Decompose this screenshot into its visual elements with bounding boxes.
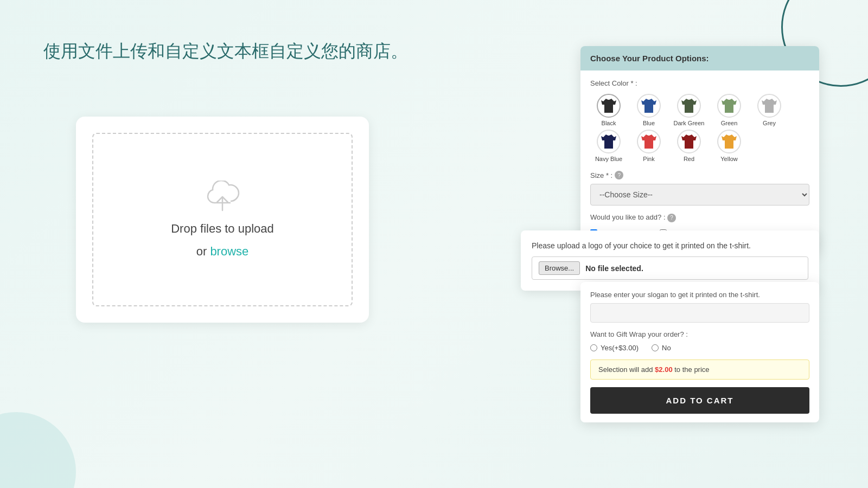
color-option-grey[interactable]: Grey xyxy=(751,94,788,126)
browse-button[interactable]: Browse... xyxy=(539,261,580,275)
giftwrap-no-radio[interactable] xyxy=(652,344,659,351)
or-text: or xyxy=(196,245,207,258)
color-name-yellow: Yellow xyxy=(720,156,737,162)
price-notice-suffix: to the price xyxy=(674,365,709,374)
size-select[interactable]: --Choose Size-- S M L XL XXL xyxy=(590,184,809,206)
color-name-darkgreen: Dark Green xyxy=(674,120,705,126)
color-name-green: Green xyxy=(721,120,738,126)
color-name-pink: Pink xyxy=(643,156,654,162)
add-to-cart-button[interactable]: ADD TO CART xyxy=(590,387,809,414)
color-option-blue[interactable]: Blue xyxy=(630,94,667,126)
color-option-darkgreen[interactable]: Dark Green xyxy=(671,94,707,126)
giftwrap-label: Want to Gift Wrap your order? : xyxy=(590,330,809,338)
decorative-circle-bl xyxy=(0,412,76,488)
slogan-label: Please enter your slogan to get it print… xyxy=(590,291,809,299)
giftwrap-no-label: No xyxy=(662,344,671,352)
color-option-navyblue[interactable]: Navy Blue xyxy=(590,130,627,162)
file-input-row: Browse... No file selected. xyxy=(532,256,808,280)
price-notice-prefix: Selection will add xyxy=(598,365,653,374)
addon-help-icon[interactable]: ? xyxy=(667,214,676,222)
color-option-black[interactable]: Black xyxy=(590,94,627,126)
color-option-pink[interactable]: Pink xyxy=(630,130,667,162)
browse-text-row: or browse xyxy=(196,245,249,259)
drop-files-text: Drop files to upload xyxy=(171,222,274,236)
color-option-green[interactable]: Green xyxy=(711,94,748,126)
giftwrap-options: Yes(+$3.00) No xyxy=(590,344,809,352)
upload-dropzone[interactable]: Drop files to upload or browse xyxy=(92,133,353,306)
giftwrap-yes[interactable]: Yes(+$3.00) xyxy=(590,344,639,352)
upload-logo-text: Please upload a logo of your choice to g… xyxy=(532,241,808,250)
price-notice: Selection will add $2.00 to the price xyxy=(590,359,809,380)
color-name-black: Black xyxy=(602,120,616,126)
color-label: Select Color * : xyxy=(590,79,809,87)
cloud-upload-icon xyxy=(203,181,241,213)
product-options-panel: Choose Your Product Options: Select Colo… xyxy=(580,46,819,253)
color-name-red: Red xyxy=(684,156,694,162)
no-file-text: No file selected. xyxy=(585,264,643,273)
color-grid: Black Blue Dark Green Green xyxy=(590,94,809,162)
giftwrap-no[interactable]: No xyxy=(652,344,671,352)
panel-header: Choose Your Product Options: xyxy=(580,46,819,70)
slogan-input[interactable] xyxy=(590,303,809,323)
price-amount: $2.00 xyxy=(655,365,673,374)
page-heading: 使用文件上传和自定义文本框自定义您的商店。 xyxy=(43,38,408,64)
browse-link[interactable]: browse xyxy=(210,245,248,258)
giftwrap-yes-label: Yes(+$3.00) xyxy=(601,344,639,352)
giftwrap-yes-radio[interactable] xyxy=(590,344,597,351)
panel-body: Select Color * : Black Blue Dark Green xyxy=(580,70,819,253)
color-option-yellow[interactable]: Yellow xyxy=(711,130,748,162)
lower-panel: Please enter your slogan to get it print… xyxy=(580,282,819,422)
color-name-blue: Blue xyxy=(643,120,655,126)
size-label: Size * : ? xyxy=(590,171,809,179)
size-section: Size * : ? --Choose Size-- S M L XL XXL xyxy=(590,171,809,213)
color-option-red[interactable]: Red xyxy=(671,130,707,162)
addon-label: Would you like to add? : ? xyxy=(590,213,809,222)
upload-box: Drop files to upload or browse xyxy=(76,117,369,323)
color-name-grey: Grey xyxy=(763,120,776,126)
color-name-navyblue: Navy Blue xyxy=(595,156,622,162)
size-help-icon[interactable]: ? xyxy=(615,171,623,179)
